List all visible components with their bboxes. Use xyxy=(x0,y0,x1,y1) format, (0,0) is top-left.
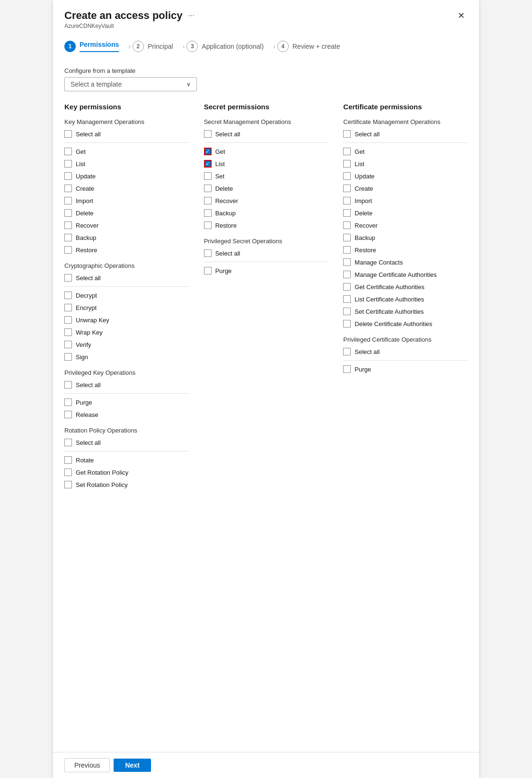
secret-get-checkbox[interactable] xyxy=(204,148,212,155)
secret-delete-checkbox[interactable] xyxy=(204,185,212,192)
secret-purge[interactable]: Purge xyxy=(204,266,328,275)
secret-purge-checkbox[interactable] xyxy=(204,267,212,274)
cert-purge[interactable]: Purge xyxy=(343,364,468,374)
secret-set-checkbox[interactable] xyxy=(204,172,212,180)
key-encrypt[interactable]: Encrypt xyxy=(64,303,189,312)
key-list[interactable]: List xyxy=(64,159,189,168)
key-set-rotation-policy-checkbox[interactable] xyxy=(64,481,72,488)
key-recover-checkbox[interactable] xyxy=(64,221,72,229)
cert-list[interactable]: List xyxy=(343,159,468,168)
cert-delete-cas-checkbox[interactable] xyxy=(343,320,351,327)
key-import-checkbox[interactable] xyxy=(64,197,72,204)
key-decrypt-checkbox[interactable] xyxy=(64,292,72,299)
crypto-select-all[interactable]: Select all xyxy=(64,273,189,283)
cert-import[interactable]: Import xyxy=(343,196,468,205)
next-button[interactable]: Next xyxy=(114,759,151,772)
cert-update[interactable]: Update xyxy=(343,171,468,181)
priv-key-select-all-checkbox[interactable] xyxy=(64,381,72,389)
cert-select-all[interactable]: Select all xyxy=(343,129,468,139)
cert-select-all-checkbox[interactable] xyxy=(343,130,351,138)
secret-backup[interactable]: Backup xyxy=(204,208,328,218)
key-create[interactable]: Create xyxy=(64,184,189,193)
cert-purge-checkbox[interactable] xyxy=(343,365,351,373)
secret-get[interactable]: Get xyxy=(204,147,328,156)
cert-recover[interactable]: Recover xyxy=(343,221,468,230)
cert-manage-cas-checkbox[interactable] xyxy=(343,271,351,278)
key-get-rotation-policy-checkbox[interactable] xyxy=(64,469,72,476)
cert-update-checkbox[interactable] xyxy=(343,172,351,180)
template-dropdown[interactable]: Select a template ∨ xyxy=(64,77,197,91)
cert-restore-checkbox[interactable] xyxy=(343,246,351,254)
secret-list-checkbox[interactable] xyxy=(204,160,212,168)
key-recover[interactable]: Recover xyxy=(64,221,189,230)
key-wrap[interactable]: Wrap Key xyxy=(64,327,189,337)
secret-list[interactable]: List xyxy=(204,159,328,168)
cert-delete-checkbox[interactable] xyxy=(343,209,351,217)
secret-select-all-checkbox[interactable] xyxy=(204,130,212,138)
key-backup[interactable]: Backup xyxy=(64,233,189,242)
cert-backup[interactable]: Backup xyxy=(343,233,468,242)
priv-key-select-all[interactable]: Select all xyxy=(64,380,189,389)
key-get[interactable]: Get xyxy=(64,147,189,156)
priv-cert-select-all[interactable]: Select all xyxy=(343,347,468,356)
key-encrypt-checkbox[interactable] xyxy=(64,304,72,311)
key-create-checkbox[interactable] xyxy=(64,185,72,192)
cert-list-cas[interactable]: List Certificate Authorities xyxy=(343,294,468,304)
secret-restore-checkbox[interactable] xyxy=(204,221,212,229)
secret-backup-checkbox[interactable] xyxy=(204,209,212,217)
key-purge[interactable]: Purge xyxy=(64,398,189,407)
key-select-all[interactable]: Select all xyxy=(64,129,189,139)
key-unwrap[interactable]: Unwrap Key xyxy=(64,315,189,325)
key-unwrap-checkbox[interactable] xyxy=(64,316,72,324)
cert-set-cas-checkbox[interactable] xyxy=(343,308,351,315)
step-principal[interactable]: 2 Principal xyxy=(133,37,181,56)
key-sign-checkbox[interactable] xyxy=(64,353,72,361)
key-select-all-checkbox[interactable] xyxy=(64,130,72,138)
ellipsis-menu[interactable]: ··· xyxy=(188,11,194,20)
key-get-checkbox[interactable] xyxy=(64,148,72,155)
key-decrypt[interactable]: Decrypt xyxy=(64,291,189,300)
secret-select-all[interactable]: Select all xyxy=(204,129,328,139)
key-import[interactable]: Import xyxy=(64,196,189,205)
key-wrap-checkbox[interactable] xyxy=(64,328,72,336)
cert-set-cas[interactable]: Set Certificate Authorities xyxy=(343,307,468,316)
key-verify-checkbox[interactable] xyxy=(64,341,72,348)
cert-list-cas-checkbox[interactable] xyxy=(343,295,351,303)
cert-list-checkbox[interactable] xyxy=(343,160,351,168)
cert-delete[interactable]: Delete xyxy=(343,208,468,218)
priv-secret-select-all[interactable]: Select all xyxy=(204,248,328,258)
cert-manage-contacts[interactable]: Manage Contacts xyxy=(343,257,468,267)
key-list-checkbox[interactable] xyxy=(64,160,72,168)
secret-restore[interactable]: Restore xyxy=(204,221,328,230)
cert-get[interactable]: Get xyxy=(343,147,468,156)
step-permissions[interactable]: 1 Permissions xyxy=(64,37,126,56)
key-release-checkbox[interactable] xyxy=(64,411,72,418)
step-application[interactable]: 3 Application (optional) xyxy=(186,37,271,56)
key-delete-checkbox[interactable] xyxy=(64,209,72,217)
cert-delete-cas[interactable]: Delete Certificate Authorities xyxy=(343,319,468,328)
cert-backup-checkbox[interactable] xyxy=(343,234,351,241)
key-verify[interactable]: Verify xyxy=(64,340,189,349)
secret-set[interactable]: Set xyxy=(204,171,328,181)
cert-manage-contacts-checkbox[interactable] xyxy=(343,258,351,266)
key-set-rotation-policy[interactable]: Set Rotation Policy xyxy=(64,480,189,489)
priv-cert-select-all-checkbox[interactable] xyxy=(343,348,351,355)
cert-create-checkbox[interactable] xyxy=(343,185,351,192)
key-backup-checkbox[interactable] xyxy=(64,234,72,241)
step-review-create[interactable]: 4 Review + create xyxy=(277,37,348,56)
cert-get-cas-checkbox[interactable] xyxy=(343,283,351,291)
cert-recover-checkbox[interactable] xyxy=(343,221,351,229)
key-get-rotation-policy[interactable]: Get Rotation Policy xyxy=(64,468,189,477)
cert-create[interactable]: Create xyxy=(343,184,468,193)
previous-button[interactable]: Previous xyxy=(64,758,110,772)
cert-get-cas[interactable]: Get Certificate Authorities xyxy=(343,282,468,292)
crypto-select-all-checkbox[interactable] xyxy=(64,274,72,282)
cert-manage-cas[interactable]: Manage Certificate Authorities xyxy=(343,270,468,279)
rotation-select-all-checkbox[interactable] xyxy=(64,439,72,446)
key-restore[interactable]: Restore xyxy=(64,245,189,255)
key-purge-checkbox[interactable] xyxy=(64,398,72,406)
key-rotate[interactable]: Rotate xyxy=(64,455,189,465)
key-update-checkbox[interactable] xyxy=(64,172,72,180)
key-rotate-checkbox[interactable] xyxy=(64,456,72,464)
cert-restore[interactable]: Restore xyxy=(343,245,468,255)
